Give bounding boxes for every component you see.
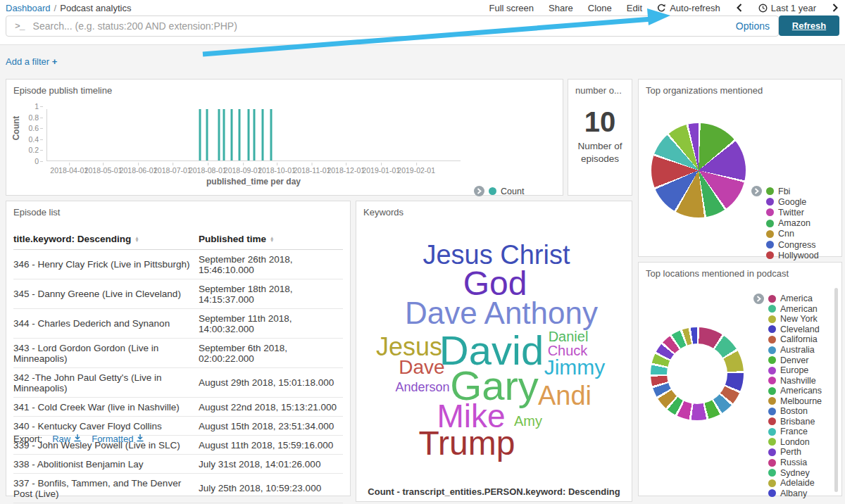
legend-label: Sydney <box>780 468 810 478</box>
legend-item-europe[interactable]: Europe <box>768 365 822 376</box>
plus-icon: + <box>52 56 58 67</box>
legend-item-sydney[interactable]: Sydney <box>768 467 822 478</box>
legend-item-congress[interactable]: Congress <box>766 239 827 250</box>
locations-donut-chart[interactable] <box>651 327 744 420</box>
timeline-bar-2018-07-31[interactable] <box>206 109 208 160</box>
legend-item-cleveland[interactable]: Cleveland <box>768 325 822 335</box>
legend-item-france[interactable]: France <box>768 427 822 437</box>
keyword-word-anderson[interactable]: Anderson <box>395 381 449 393</box>
timeline-bar-2018-09-18[interactable] <box>261 109 263 160</box>
legend-item-fbi[interactable]: Fbi <box>766 186 827 196</box>
share-button[interactable]: Share <box>549 3 573 13</box>
x-tick-label: 2019-02-01 <box>397 164 435 175</box>
legend-label[interactable]: Count <box>501 187 524 196</box>
legend-toggle-icon[interactable] <box>751 186 762 196</box>
keyword-word-andi[interactable]: Andi <box>538 382 592 409</box>
timeline-bar-2018-09-26[interactable] <box>270 109 273 160</box>
panel-title: number o... <box>568 80 632 96</box>
table-row: 346 - Henry Clay Frick (Live in Pittsbur… <box>13 250 343 279</box>
time-back-button[interactable] <box>735 4 744 12</box>
column-header-published-time[interactable]: Published time▲▼ <box>199 229 343 250</box>
legend-item-cnn[interactable]: Cnn <box>766 229 827 239</box>
legend-item-new-york[interactable]: New York <box>768 314 822 325</box>
legend-color-dot <box>768 479 776 487</box>
legend-item-twitter[interactable]: Twitter <box>766 207 827 218</box>
legend-item-hollywood[interactable]: Hollywood <box>766 250 827 260</box>
legend-item-nashville[interactable]: Nashville <box>768 375 822 386</box>
legend-scrollbar[interactable] <box>834 288 838 492</box>
legend-item-denver[interactable]: Denver <box>768 355 822 365</box>
legend-color-dot <box>766 220 774 227</box>
x-tick-label: 2018-08-01 <box>189 164 227 175</box>
timeline-bar-2018-08-15[interactable] <box>223 109 225 160</box>
keyword-word-dave[interactable]: Dave <box>399 358 444 377</box>
legend-label: France <box>780 427 808 436</box>
search-row: >_ Options Refresh <box>6 15 839 38</box>
keyword-word-dave-anthony[interactable]: Dave Anthony <box>405 298 598 329</box>
legend-color-dot <box>766 198 774 206</box>
legend-label: Hollywood <box>778 251 819 260</box>
search-bar[interactable]: >_ Options <box>6 15 779 37</box>
options-link[interactable]: Options <box>736 20 770 32</box>
download-icon <box>136 434 144 444</box>
column-header-title[interactable]: title.keyword: Descending▲▼ <box>13 229 199 250</box>
legend-toggle-icon[interactable] <box>753 294 764 304</box>
breadcrumb-dashboard-link[interactable]: Dashboard <box>6 3 51 13</box>
legend-label: Denver <box>780 355 808 365</box>
legend-item-russia[interactable]: Russia <box>768 458 822 468</box>
legend-item-american[interactable]: American <box>768 304 822 315</box>
export-formatted-link[interactable]: Formatted <box>92 434 144 444</box>
x-axis-title: published_time per day <box>46 177 461 187</box>
search-input[interactable] <box>32 20 727 32</box>
full-screen-button[interactable]: Full screen <box>489 3 534 13</box>
x-tick-label: 2018-11-01 <box>293 164 330 175</box>
download-icon <box>73 434 82 444</box>
add-filter-link[interactable]: Add a filter + <box>6 56 57 67</box>
panel-episode-publish-timeline: Episode publish timeline Count 10.80.60.… <box>6 79 563 196</box>
legend-item-adelaide[interactable]: Adelaide <box>768 478 822 489</box>
legend-item-americans[interactable]: Americans <box>768 386 822 396</box>
timeline-bar-2018-09-06[interactable] <box>248 109 250 160</box>
legend-item-australia[interactable]: Australia <box>768 345 822 355</box>
organizations-pie-chart[interactable] <box>651 123 746 218</box>
header-band: Dashboard/Podcast analytics Full screen … <box>0 0 845 45</box>
table-cell: 342 -The John Paul Getty's (Live in Minn… <box>13 368 199 398</box>
keyword-word-daniel[interactable]: Daniel <box>549 329 589 344</box>
auto-refresh-button[interactable]: Auto-refresh <box>657 3 720 13</box>
legend-item-albany[interactable]: Albany <box>768 488 822 498</box>
legend-item-melbourne[interactable]: Melbourne <box>768 396 822 406</box>
legend-item-google[interactable]: Google <box>766 196 827 207</box>
legend-label: American <box>780 304 818 314</box>
keyword-word-trump[interactable]: Trump <box>419 427 515 460</box>
keyword-word-amy[interactable]: Amy <box>514 414 542 428</box>
timepicker-button[interactable]: Last 1 year <box>758 3 816 13</box>
clone-button[interactable]: Clone <box>588 3 612 13</box>
timeline-bar-2018-08-11[interactable] <box>218 109 220 160</box>
keyword-word-jimmy[interactable]: Jimmy <box>544 357 606 378</box>
legend-item-america[interactable]: America <box>768 294 822 304</box>
locations-legend: AmericaAmericanNew YorkClevelandCaliforn… <box>753 294 822 498</box>
table-row: 340 - Kentucky Caver Floyd CollinsAugust… <box>13 417 343 436</box>
filter-bar: Add a filter + <box>6 56 57 67</box>
panel-keywords: Keywords Jesus ChristGodDave AnthonyJesu… <box>356 201 632 502</box>
legend-color-dot <box>766 251 774 259</box>
refresh-button[interactable]: Refresh <box>779 15 839 36</box>
timeline-plot-area[interactable] <box>46 109 461 161</box>
timeline-bar-2018-08-29[interactable] <box>239 109 241 160</box>
legend-item-london[interactable]: London <box>768 437 822 448</box>
legend-item-amazon[interactable]: Amazon <box>766 218 827 229</box>
legend-item-perth[interactable]: Perth <box>768 447 822 458</box>
timeline-bar-2018-09-11[interactable] <box>254 109 256 160</box>
legend-item-brisbane[interactable]: Brisbane <box>768 417 822 427</box>
legend-item-boston[interactable]: Boston <box>768 406 822 417</box>
time-forward-button[interactable] <box>831 4 839 12</box>
export-label: Export: <box>13 434 42 444</box>
table-cell: 344 - Charles Dederich and Synanon <box>13 309 199 339</box>
legend-item-california[interactable]: California <box>768 334 822 345</box>
edit-button[interactable]: Edit <box>627 3 642 13</box>
y-axis-ticks: 10.80.60.40.20 <box>23 106 43 161</box>
export-raw-link[interactable]: Raw <box>52 434 82 444</box>
timeline-bar-2018-07-25[interactable] <box>199 109 201 160</box>
legend-toggle-icon[interactable] <box>474 186 484 196</box>
timeline-bar-2018-08-22[interactable] <box>231 109 233 160</box>
